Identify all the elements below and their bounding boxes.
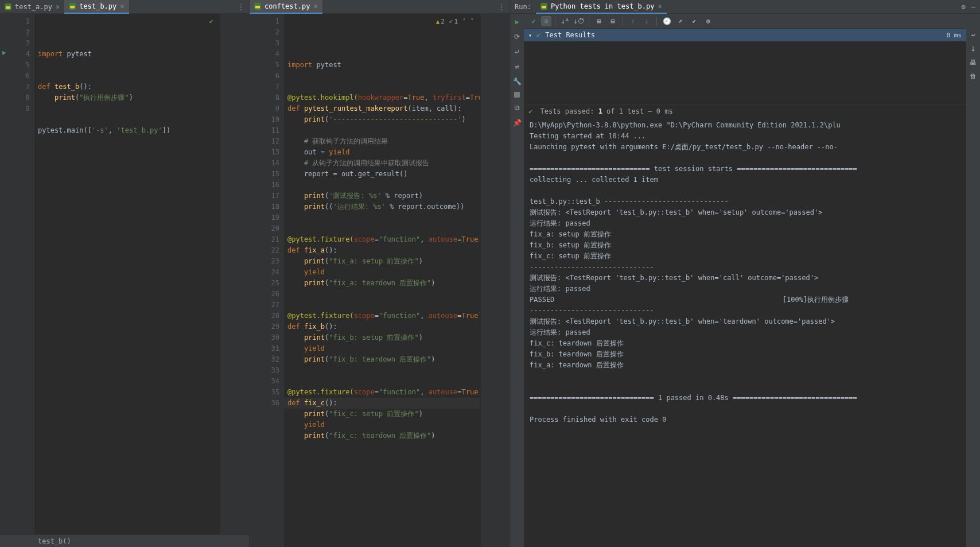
- show-passed-icon[interactable]: ✔: [527, 15, 540, 27]
- tab-label: test_b.py: [79, 2, 116, 10]
- clear-icon[interactable]: 🗑: [970, 72, 977, 80]
- minimap[interactable]: [481, 14, 510, 547]
- warning-count: 2: [436, 16, 445, 27]
- run-config-tab[interactable]: Python tests in test_b.py ×: [536, 0, 667, 14]
- editor-pane-left: test_a.py × test_b.py × ⋮ ▶ 123456789 ✔ …: [0, 0, 250, 547]
- run-line-icon[interactable]: ▶: [2, 49, 6, 56]
- test-results-bar[interactable]: ▾ ✔ Test Results 0 ms: [524, 29, 966, 41]
- wrench-icon[interactable]: 🔧: [512, 77, 522, 86]
- toggle-auto-icon[interactable]: ⟳: [512, 32, 522, 41]
- rerun-icon[interactable]: ▶: [512, 17, 522, 26]
- run-config-name: Python tests in test_b.py: [551, 2, 655, 10]
- test-results-time: 0 ms: [947, 32, 962, 39]
- toggle-tests-icon[interactable]: ⇄: [512, 62, 522, 71]
- test-toolbar: ✔ ⊘ ↓ᴬ ↓⏱ ⊞ ⊟ ↑ ↓ 🕘 ⬈ ⬋ ⚙: [524, 14, 966, 29]
- history-icon[interactable]: 🕘: [660, 15, 673, 27]
- sort-alpha-icon[interactable]: ↓ᴬ: [559, 15, 571, 27]
- summary-count: 1: [598, 107, 602, 115]
- line-numbers: 1234567891011121314151617181920212223242…: [261, 14, 284, 547]
- close-icon[interactable]: ×: [313, 2, 317, 10]
- chevron-down-icon[interactable]: ˅: [470, 16, 474, 27]
- inspection-widget[interactable]: 2 1 ˄ ˅: [436, 16, 474, 27]
- code-area[interactable]: 2 1 ˄ ˅ import pytest @pytest.hookimpl(h…: [284, 14, 480, 547]
- gear-icon[interactable]: ⚙: [962, 3, 966, 11]
- editor-tabs-right: conftest.py × ⋮: [250, 0, 510, 14]
- run-tool-window: Run: Python tests in test_b.py × ⚙ — ▶ ⟳…: [510, 0, 980, 547]
- test-tree[interactable]: [524, 41, 966, 104]
- settings-icon[interactable]: ⚙: [702, 15, 714, 27]
- run-label: Run:: [510, 3, 536, 11]
- scroll-end-icon[interactable]: ⤓: [970, 45, 976, 53]
- tab-conftest[interactable]: conftest.py ×: [250, 0, 322, 14]
- python-file-icon: [69, 3, 76, 10]
- editor-right[interactable]: 1234567891011121314151617181920212223242…: [250, 14, 510, 547]
- run-gutter: ▶: [0, 14, 11, 534]
- tabs-more-icon[interactable]: ⋮: [233, 3, 249, 11]
- tab-label: conftest.py: [265, 2, 310, 10]
- rerun-failed-icon[interactable]: ⤾: [512, 47, 522, 56]
- prev-test-icon[interactable]: ↑: [627, 15, 639, 27]
- collapse-all-icon[interactable]: ⊟: [606, 15, 619, 27]
- test-summary: Tests passed: 1 of 1 test – 0 ms: [524, 104, 966, 118]
- summary-prefix: Tests passed:: [540, 107, 598, 115]
- test-results-label: Test Results: [545, 31, 595, 39]
- inspection-ok-icon: ✔: [209, 16, 213, 27]
- close-icon[interactable]: ×: [658, 2, 662, 10]
- minimap[interactable]: [220, 14, 249, 534]
- python-file-icon: [254, 3, 261, 10]
- tab-label: test_a.py: [15, 3, 52, 11]
- ok-icon: ✔: [536, 31, 540, 39]
- export-icon[interactable]: ⬋: [688, 15, 701, 27]
- summary-ok-icon: [528, 107, 536, 115]
- code-area[interactable]: ✔ import pytest def test_b(): print("执行用…: [34, 14, 219, 534]
- summary-suffix: of 1 test – 0 ms: [602, 107, 673, 115]
- sort-duration-icon[interactable]: ↓⏱: [573, 15, 585, 27]
- soft-wrap-icon[interactable]: ↩: [971, 31, 975, 39]
- console-output[interactable]: D:\MyApp\Python-3.8.8\python.exe "D:\PyC…: [524, 118, 966, 547]
- print-icon[interactable]: 🖶: [970, 59, 977, 67]
- editor-tabs-left: test_a.py × test_b.py × ⋮: [0, 0, 249, 14]
- tab-test-a[interactable]: test_a.py ×: [0, 0, 64, 14]
- tab-test-b[interactable]: test_b.py ×: [64, 0, 129, 14]
- close-icon[interactable]: ×: [120, 2, 124, 10]
- run-header: Run: Python tests in test_b.py × ⚙ —: [510, 0, 980, 14]
- chevron-up-icon[interactable]: ˄: [462, 16, 466, 27]
- python-run-icon: [540, 3, 547, 10]
- layout-icon[interactable]: ⧉: [512, 103, 522, 112]
- expand-all-icon[interactable]: ⊞: [593, 15, 605, 27]
- minimize-icon[interactable]: —: [971, 3, 975, 11]
- show-ignored-icon[interactable]: ⊘: [541, 16, 551, 26]
- python-file-icon: [5, 3, 11, 10]
- line-numbers: 123456789: [11, 14, 34, 534]
- console-side-toolbar: ↩ ⤓ 🖶 🗑: [966, 14, 980, 547]
- run-side-toolbar: ▶ ⟳ ⤾ ⇄ 🔧 ⧉ 📌: [510, 14, 524, 547]
- chevron-down-icon[interactable]: ▾: [528, 32, 532, 38]
- import-icon[interactable]: ⬈: [674, 15, 687, 27]
- stop-icon[interactable]: [514, 92, 520, 98]
- next-test-icon[interactable]: ↓: [640, 15, 653, 27]
- pin-icon[interactable]: 📌: [512, 118, 522, 127]
- run-gutter: [250, 14, 261, 547]
- breadcrumb[interactable]: test_b(): [0, 534, 249, 547]
- close-icon[interactable]: ×: [56, 3, 60, 11]
- editor-left[interactable]: ▶ 123456789 ✔ import pytest def test_b()…: [0, 14, 249, 534]
- check-count: 1: [449, 16, 458, 27]
- editor-pane-right: conftest.py × ⋮ 123456789101112131415161…: [250, 0, 510, 547]
- tabs-more-icon[interactable]: ⋮: [493, 3, 510, 11]
